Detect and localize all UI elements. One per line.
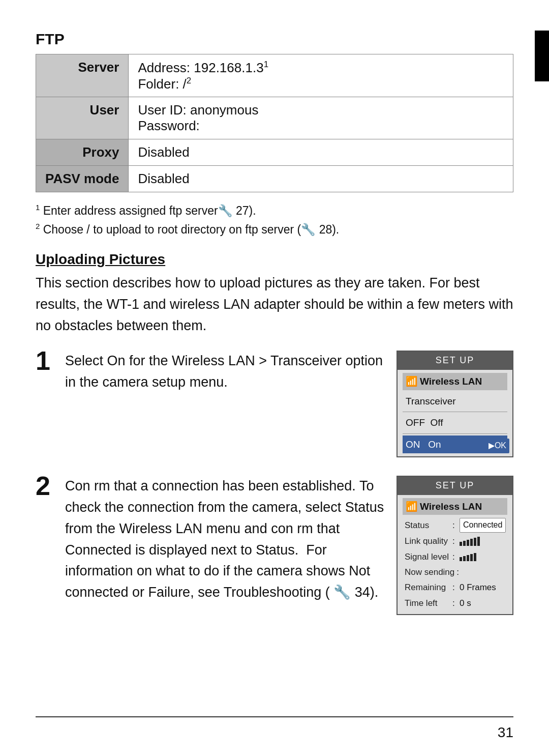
wifi-icon-2: 📶 — [406, 499, 418, 514]
pasv-label: PASV mode — [36, 166, 129, 192]
screen-1-divider-1 — [403, 412, 507, 412]
step-1-right: Select On for the Wireless LAN > Transce… — [65, 351, 513, 457]
signal-level-key: Signal level — [405, 550, 450, 564]
screen-1-header: SET UP — [398, 352, 512, 370]
link-colon: : — [452, 535, 458, 548]
wifi-icon: 📶 — [406, 374, 418, 389]
sbar4 — [470, 554, 473, 561]
sbar2 — [463, 556, 466, 561]
step-2-right: Con rm that a connection has been establ… — [65, 476, 513, 615]
screen-2-menu-title: 📶 Wireless LAN — [403, 498, 507, 515]
step-number-2: 2 — [36, 473, 56, 499]
bar6 — [477, 537, 480, 546]
sbar3 — [467, 555, 469, 561]
footnote-2: 2 Choose / to upload to root directory o… — [36, 220, 513, 239]
remaining-key: Remaining — [405, 581, 450, 594]
sbar5 — [474, 553, 476, 561]
sbar1 — [460, 557, 462, 561]
camera-screen-2-wrapper: SET UP 📶 Wireless LAN Status : Connected — [396, 476, 513, 615]
bar2 — [463, 541, 466, 546]
screen-1-menu-title: 📶 Wireless LAN — [403, 373, 507, 390]
section-heading: Uploading Pictures — [36, 251, 513, 268]
timeleft-colon: : — [452, 597, 458, 610]
now-sending-key: Now sending — [405, 566, 454, 579]
screen-2-header: SET UP — [398, 477, 512, 495]
page-number: 31 — [498, 724, 513, 741]
remaining-colon: : — [452, 581, 458, 594]
step-number-1: 1 — [36, 347, 56, 374]
proxy-value: Disabled — [129, 139, 513, 166]
ok-button: ▶OK — [485, 439, 509, 453]
connected-badge: Connected — [460, 518, 506, 533]
footnotes: 1 Enter address assigned ftp server🔧 27)… — [36, 201, 513, 239]
screen-1-item-off: OFF Off — [403, 414, 507, 431]
step-2-content: Con rm that a connection has been establ… — [65, 476, 513, 615]
remaining-value: 0 Frames — [460, 581, 496, 594]
status-row-sending: Now sending : — [403, 565, 507, 580]
camera-screen-1-wrapper: SET UP 📶 Wireless LAN Transceiver — [396, 351, 513, 457]
bar3 — [467, 540, 469, 546]
link-quality-key: Link quality — [405, 535, 450, 548]
proxy-label: Proxy — [36, 139, 129, 166]
table-row: User User ID: anonymous Password: — [36, 97, 513, 139]
table-row: PASV mode Disabled — [36, 166, 513, 192]
status-row-status: Status : Connected — [403, 517, 507, 534]
status-row-remaining: Remaining : 0 Frames — [403, 580, 507, 595]
status-colon: : — [452, 519, 458, 532]
table-row: Proxy Disabled — [36, 139, 513, 166]
screen-1-item-on: ON On ▶OK — [403, 435, 507, 453]
screen-1-body: 📶 Wireless LAN Transceiver OFF Off — [398, 370, 512, 456]
server-label: Server — [36, 54, 129, 97]
page-content: FTP Server Address: 192.168.1.31 Folder:… — [0, 0, 549, 664]
bar4 — [470, 539, 473, 546]
screen-2-body: 📶 Wireless LAN Status : Connected Link q… — [398, 495, 512, 614]
pasv-value: Disabled — [129, 166, 513, 192]
link-bars — [460, 537, 480, 546]
sending-colon: : — [456, 566, 462, 579]
status-key: Status — [405, 519, 450, 532]
signal-colon: : — [452, 550, 458, 564]
steps: 1 Select On for the Wireless LAN > Trans… — [36, 351, 513, 615]
intro-text: This section describes how to upload pic… — [36, 273, 513, 337]
server-value: Address: 192.168.1.31 Folder: /2 — [129, 54, 513, 97]
timeleft-value: 0 s — [460, 597, 471, 610]
bar1 — [460, 542, 462, 546]
step-2: 2 Con rm that a connection has been esta… — [36, 476, 513, 615]
signal-bars — [460, 553, 476, 561]
screen-1-item-transceiver: Transceiver — [403, 392, 507, 410]
ftp-table: Server Address: 192.168.1.31 Folder: /2 … — [36, 54, 513, 192]
user-label: User — [36, 97, 129, 139]
camera-screen-2: SET UP 📶 Wireless LAN Status : Connected — [396, 476, 513, 615]
screen-1-divider-2 — [403, 433, 507, 434]
table-row: Server Address: 192.168.1.31 Folder: /2 — [36, 54, 513, 97]
ftp-heading: FTP — [36, 31, 513, 48]
user-value: User ID: anonymous Password: — [129, 97, 513, 139]
status-row-link: Link quality : — [403, 534, 507, 549]
status-row-timeleft: Time left : 0 s — [403, 596, 507, 611]
timeleft-key: Time left — [405, 597, 450, 610]
footnote-1: 1 Enter address assigned ftp server🔧 27)… — [36, 201, 513, 220]
step-1-content: Select On for the Wireless LAN > Transce… — [65, 351, 513, 457]
page-footer: 31 — [36, 716, 513, 741]
camera-screen-1: SET UP 📶 Wireless LAN Transceiver — [396, 351, 513, 457]
step-1: 1 Select On for the Wireless LAN > Trans… — [36, 351, 513, 457]
bar5 — [474, 538, 476, 546]
status-row-signal: Signal level : — [403, 549, 507, 565]
step-1-text: Select On for the Wireless LAN > Transce… — [65, 351, 387, 393]
step-2-text: Con rm that a connection has been establ… — [65, 476, 387, 603]
